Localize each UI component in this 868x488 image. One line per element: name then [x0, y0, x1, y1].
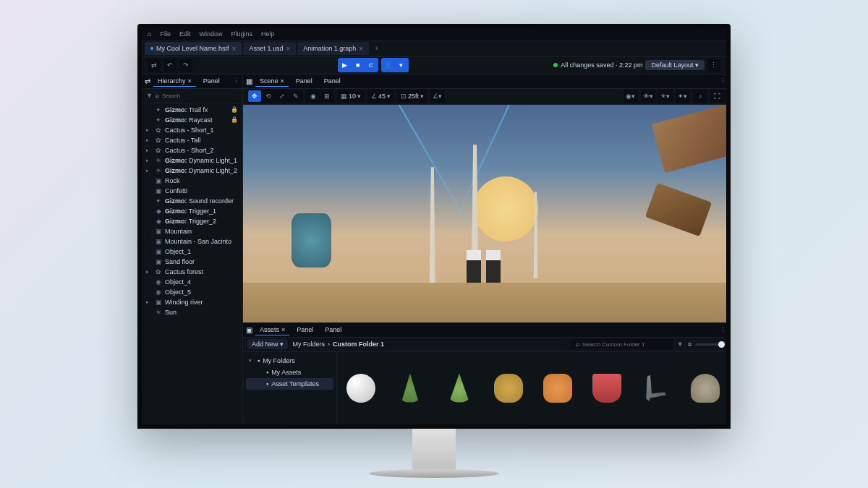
thumbnail-size-slider[interactable] — [696, 343, 725, 346]
tab-assets[interactable]: Assets× — [255, 325, 289, 335]
close-icon[interactable]: × — [281, 326, 285, 333]
menu-file[interactable]: File — [160, 30, 171, 38]
hierarchy-item[interactable]: ▣Object_1 — [142, 247, 242, 257]
lock-icon[interactable]: 🔒 — [231, 116, 238, 123]
hierarchy-item[interactable]: ◉Object_4 — [142, 277, 242, 287]
breadcrumb-item[interactable]: My Folders — [292, 341, 325, 348]
hierarchy-item[interactable]: ▣Sand floor — [142, 257, 242, 267]
audio-button[interactable]: ♪ — [694, 90, 707, 102]
asset-cup[interactable] — [589, 367, 625, 410]
hierarchy-icon[interactable]: ⇄ — [148, 59, 161, 72]
tab-hierarchy[interactable]: Hierarchy× — [153, 76, 196, 87]
menu-plugins[interactable]: Plugins — [231, 30, 252, 38]
viewport-character — [467, 250, 481, 283]
assets-search-input[interactable] — [582, 341, 668, 348]
hierarchy-item[interactable]: ✦Gizmo: Sound recorder — [142, 196, 242, 206]
tab-panel[interactable]: Panel — [199, 76, 224, 86]
add-tab-button[interactable]: + — [370, 45, 383, 52]
tab-panel[interactable]: Panel — [292, 325, 318, 335]
scale-tool[interactable]: ⤢ — [276, 90, 289, 102]
hierarchy-item[interactable]: ▸✿Cactus forest — [142, 267, 242, 277]
more-icon[interactable]: ⋮ — [720, 77, 726, 85]
hierarchy-item[interactable]: ▣Mountain — [142, 226, 242, 236]
more-icon[interactable]: ⋮ — [233, 77, 239, 85]
undo-button[interactable]: ↶ — [163, 59, 176, 72]
hierarchy-item[interactable]: ✦Gizmo: Raycast🔒 — [142, 115, 242, 125]
size-snap[interactable]: ⊡ 25ft ▾ — [398, 90, 427, 102]
tab-animation[interactable]: Animation 1.graph × — [297, 42, 369, 55]
home-icon[interactable]: ⌂ — [148, 30, 151, 38]
filter-icon[interactable]: ▼ — [146, 92, 153, 99]
stop-button[interactable]: ⊂ — [365, 59, 377, 71]
rect-tool[interactable]: ✎ — [289, 90, 302, 102]
filter-icon[interactable]: ▼ — [677, 341, 684, 348]
pause-button[interactable]: ■ — [352, 59, 364, 71]
monitor-stand — [412, 429, 456, 472]
close-icon[interactable]: × — [232, 45, 237, 53]
angle-snap[interactable]: ∠ 45 ▾ — [368, 90, 393, 102]
hierarchy-item[interactable]: ▸▣Winding river — [142, 297, 242, 307]
gizmo-button[interactable]: ✦▾ — [676, 90, 689, 102]
asset-tree[interactable] — [441, 367, 477, 410]
tab-scene[interactable]: Scene× — [255, 76, 289, 87]
chevron-down-icon[interactable]: ▾ — [396, 59, 407, 71]
asset-helmet[interactable] — [687, 367, 723, 410]
tree-item[interactable]: ▾▪My Folders — [246, 355, 333, 367]
hierarchy-item[interactable]: ▣Confetti — [142, 186, 242, 196]
more-icon[interactable]: ⋮ — [720, 326, 726, 333]
tree-item[interactable]: ▪Asset Templates — [246, 378, 333, 390]
tab-panel[interactable]: Panel — [320, 76, 345, 86]
move-tool[interactable]: ✥ — [248, 90, 261, 102]
tab-panel[interactable]: Panel — [320, 325, 346, 335]
close-icon[interactable]: × — [359, 45, 363, 53]
rotate-tool[interactable]: ⟲ — [262, 90, 275, 102]
hierarchy-item[interactable]: ▸✿Cactus - Short_2 — [142, 145, 242, 155]
pivot-tool[interactable]: ◉ — [307, 90, 320, 102]
hierarchy-item[interactable]: ✦Gizmo: Trail fx🔒 — [142, 105, 242, 115]
asset-bush[interactable] — [490, 367, 527, 410]
asset-pumpkin[interactable] — [540, 367, 576, 410]
menu-edit[interactable]: Edit — [179, 30, 191, 38]
tab-asset[interactable]: Asset 1.usd × — [243, 42, 296, 55]
asset-tree[interactable] — [392, 367, 428, 410]
hierarchy-item[interactable]: ▣Rock — [142, 176, 242, 186]
hierarchy-item[interactable]: ▣Mountain - San Jacinto — [142, 236, 242, 247]
layout-selector[interactable]: Default Layout ▾ — [645, 60, 705, 70]
lock-icon[interactable]: 🔒 — [231, 106, 238, 113]
asset-sphere[interactable] — [343, 367, 379, 410]
breadcrumb-item[interactable]: Custom Folder 1 — [333, 341, 384, 348]
scene-viewport[interactable] — [243, 105, 726, 322]
grid-snap[interactable]: ▦ 10 ▾ — [338, 90, 364, 102]
hierarchy-item[interactable]: ▸☀Gizmo: Dynamic Light_1 — [142, 155, 242, 166]
brush-tool[interactable]: ∠▾ — [431, 90, 444, 102]
folder-icon: ▪ — [266, 369, 268, 376]
camera-button[interactable]: ◉▾ — [624, 90, 637, 102]
redo-button[interactable]: ↷ — [179, 59, 192, 72]
hierarchy-item[interactable]: ▸✿Cactus - Short_1 — [142, 125, 242, 135]
close-icon[interactable]: × — [286, 45, 290, 53]
asset-scythe[interactable] — [638, 367, 674, 410]
search-input[interactable] — [162, 93, 238, 99]
play-button[interactable]: ▶ — [339, 59, 351, 71]
expand-button[interactable]: ⛶ — [711, 90, 724, 102]
tree-item[interactable]: ▪My Assets — [246, 367, 333, 378]
hierarchy-item[interactable]: ◆Gizmo: Trigger_2 — [142, 216, 242, 226]
hierarchy-item[interactable]: ☀Sun — [142, 307, 242, 317]
close-icon[interactable]: × — [280, 77, 284, 85]
light-button[interactable]: ☀▾ — [659, 90, 672, 102]
hierarchy-item[interactable]: ◉Object_5 — [142, 287, 242, 297]
vr-button[interactable]: 👤 — [383, 59, 394, 71]
hierarchy-item[interactable]: ▸✿Cactus - Tall — [142, 135, 242, 145]
menu-help[interactable]: Help — [261, 30, 275, 38]
local-tool[interactable]: ⊞ — [320, 90, 333, 102]
view-button[interactable]: 👁▾ — [642, 90, 655, 102]
menu-window[interactable]: Window — [199, 30, 222, 38]
tab-level[interactable]: My Cool Level Name.hstf × — [145, 42, 242, 55]
add-new-button[interactable]: Add New ▾ — [247, 339, 289, 349]
close-icon[interactable]: × — [188, 77, 192, 85]
more-icon[interactable]: ⋮ — [707, 59, 720, 72]
hierarchy-item[interactable]: ◆Gizmo: Trigger_1 — [142, 206, 242, 216]
list-view-icon[interactable]: ≡ — [688, 341, 692, 348]
tab-panel[interactable]: Panel — [292, 76, 317, 86]
hierarchy-item[interactable]: ▸☀Gizmo: Dynamic Light_2 — [142, 166, 242, 176]
